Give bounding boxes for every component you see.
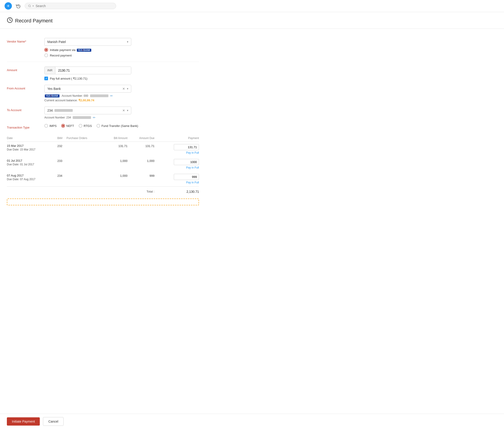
pay-in-full-link-0[interactable]: Pay in Full [154,151,199,154]
page-title: Record Payment [15,18,53,24]
initiate-payment-option[interactable]: Initiate payment via YES/BANK [44,48,199,52]
pay-full-label: Pay full amount ( ₹2,130.71) [50,77,87,80]
svg-line-1 [30,6,31,7]
currency-label: INR [44,67,55,74]
amount-label: Amount [7,67,39,72]
add-button[interactable]: + [5,2,12,9]
neft-option[interactable]: NEFT [61,124,74,128]
to-account-clear[interactable]: ✕ [122,109,125,112]
row-payment-1: Pay in Full [154,157,199,171]
col-po: Purchase Orders [67,135,103,142]
col-bill: Bill# [57,135,67,142]
history-button[interactable] [15,2,22,9]
payment-input-0[interactable] [174,144,199,150]
from-account-dropdown[interactable]: Yes Bank ✕ ▾ [44,85,131,93]
total-value: 2,130.71 [154,187,199,196]
from-account-clear[interactable]: ✕ [122,87,125,90]
from-account-value: Yes Bank [47,87,61,90]
vendor-dropdown[interactable]: Manish Patel ▾ [44,38,131,46]
row-amount-due-1: 1,000 [127,157,154,171]
amount-section: Amount INR Pay full amount ( ₹2,130.71) [7,67,199,80]
rtgs-label: RTGS [84,124,92,128]
from-yes-bank-badge: YES/BANK [45,94,60,98]
rtgs-option[interactable]: RTGS [79,124,92,128]
from-account-info: YES/BANK Account Number: 000 ✏ [44,94,199,98]
col-bill-amount: Bill Amount [103,135,127,142]
amount-input-wrapper: INR [44,67,131,74]
vendor-dropdown-arrow: ▾ [127,40,128,44]
table-header-row: Date Bill# Purchase Orders Bill Amount A… [7,135,199,142]
fund-transfer-option[interactable]: Fund Transfer (Same Bank) [97,124,138,128]
col-payment: Payment [154,135,199,142]
search-box[interactable]: ▾ [25,3,116,9]
to-account-control: 234: ✕ ▾ Account Number: 234 ✏ [44,107,199,119]
add-bills-area[interactable] [7,198,199,205]
record-radio[interactable] [44,54,48,57]
topbar: + ▾ [0,0,504,12]
amount-input[interactable] [55,67,131,74]
transaction-type-label: Transaction Type [7,124,39,129]
imps-option[interactable]: IMPS [44,124,57,128]
row-bill-2: 234 [57,171,67,187]
fund-transfer-radio[interactable] [97,124,100,128]
record-payment-option[interactable]: Record payment [44,54,199,57]
amount-control: INR Pay full amount ( ₹2,130.71) [44,67,199,80]
row-amount-due-2: 999 [127,171,154,187]
row-payment-2: Pay in Full [154,171,199,187]
to-account-number-label: Account Number: 234 [44,116,71,119]
initiate-payment-label: Initiate payment via YES/BANK [50,48,92,52]
table-row: 15 Mar 2017 Due Date: 15 Mar 2017 232 13… [7,142,199,157]
search-input[interactable] [36,4,113,8]
vendor-label: Vendor Name* [7,38,39,43]
col-date: Date [7,135,57,142]
imps-radio[interactable] [44,124,48,128]
vendor-value: Manish Patel [47,40,66,44]
payment-input-1[interactable] [174,159,199,165]
to-account-edit-icon[interactable]: ✏ [93,116,96,119]
rtgs-radio[interactable] [79,124,82,128]
row-date-2: 07 Aug 2017 Due Date: 07 Aug 2017 [7,171,57,187]
svg-point-0 [29,5,31,7]
to-account-section: To Account 234: ✕ ▾ Account Number: 234 … [7,107,199,119]
search-icon [28,4,31,8]
to-account-dropdown[interactable]: 234: ✕ ▾ [44,107,131,114]
to-account-number-masked [73,116,91,119]
from-account-control: Yes Bank ✕ ▾ YES/BANK Account Number: 00… [44,85,199,102]
row-date-1: 01 Jul 2017 Due Date: 01 Jul 2017 [7,157,57,171]
search-dropdown-arrow[interactable]: ▾ [33,4,34,8]
neft-label: NEFT [66,124,74,128]
payment-input-2[interactable] [174,174,199,180]
col-amount-due: Amount Due [127,135,154,142]
pay-in-full-link-1[interactable]: Pay in Full [154,166,199,169]
bills-table: Date Bill# Purchase Orders Bill Amount A… [7,135,199,196]
row-amount-due-0: 131.71 [127,142,154,157]
row-date-0: 15 Mar 2017 Due Date: 15 Mar 2017 [7,142,57,157]
from-account-arrow: ▾ [127,87,128,90]
neft-radio[interactable] [61,124,65,128]
pay-full-checkbox[interactable]: Pay full amount ( ₹2,130.71) [44,77,199,80]
transaction-type-section: Transaction Type IMPS NEFT RTGS Fund Tra… [7,124,199,129]
to-account-value: 234: [47,109,53,112]
row-bill-amount-2: 1,000 [103,171,127,187]
to-account-arrow: ▾ [127,109,128,112]
to-account-masked [54,109,73,112]
yes-bank-badge: YES/BANK [77,49,91,52]
from-account-balance: Current account balance: ₹2,00,99.74 [44,98,199,102]
table-row: 01 Jul 2017 Due Date: 01 Jul 2017 233 1,… [7,157,199,171]
row-po-1 [67,157,103,171]
row-bill-amount-1: 1,000 [103,157,127,171]
row-po-2 [67,171,103,187]
from-account-number-label: Account Number: 000 [62,94,88,98]
to-account-info: Account Number: 234 ✏ [44,116,199,119]
from-account-edit-icon[interactable]: ✏ [110,94,113,98]
total-label: Total : [127,187,154,196]
from-account-masked [90,94,108,97]
vendor-control: Manish Patel ▾ Initiate payment via YES/… [44,38,199,57]
pay-in-full-link-2[interactable]: Pay in Full [154,181,199,184]
fund-transfer-label: Fund Transfer (Same Bank) [102,124,138,128]
initiate-radio[interactable] [44,48,48,52]
record-payment-label: Record payment [50,54,71,57]
record-payment-icon [7,17,13,25]
row-bill-amount-0: 131.71 [103,142,127,157]
table-row: 07 Aug 2017 Due Date: 07 Aug 2017 234 1,… [7,171,199,187]
